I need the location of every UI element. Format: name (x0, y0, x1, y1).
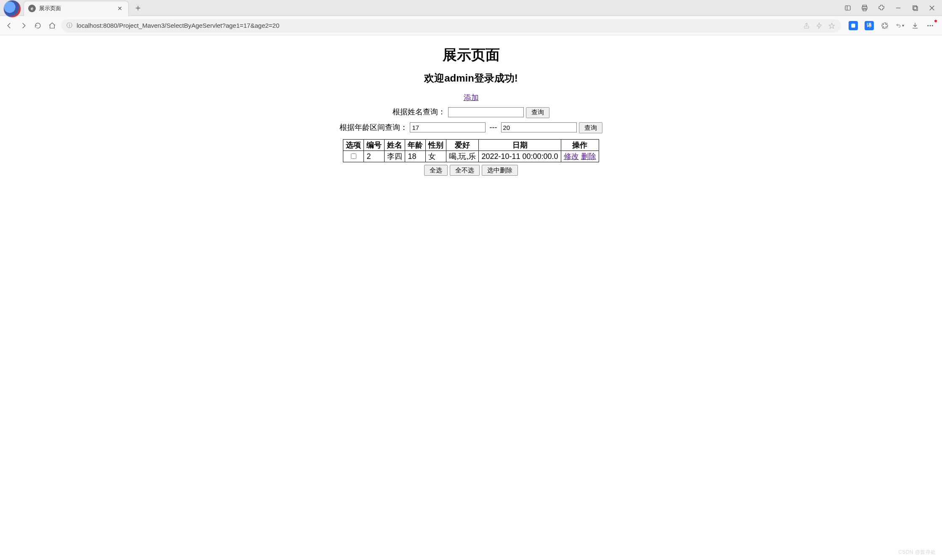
data-table: 选项编号姓名年龄性别爱好日期操作 2李四18女喝,玩,乐2022-10-11 0… (343, 139, 599, 162)
delete-selected-button[interactable]: 选中删除 (482, 165, 518, 176)
share-icon[interactable] (802, 21, 811, 30)
table-cell: 2 (364, 151, 385, 162)
extension-chip-1[interactable] (849, 21, 858, 30)
select-none-button[interactable]: 全不选 (450, 165, 480, 176)
site-info-icon[interactable]: ⓘ (66, 22, 72, 29)
search-age2-input[interactable] (501, 122, 577, 132)
bookmark-star-icon[interactable] (828, 21, 836, 30)
more-menu-button[interactable] (926, 21, 934, 30)
svg-rect-13 (851, 24, 855, 27)
tab-favicon: e (28, 5, 36, 12)
table-header-cell: 爱好 (446, 140, 479, 151)
browser-tab[interactable]: e 展示页面 ✕ (24, 1, 129, 16)
translate-chip[interactable]: 译 (865, 21, 874, 30)
nav-forward-button[interactable] (19, 21, 29, 31)
table-cell: 女 (426, 151, 446, 162)
search-name-label: 根据姓名查询： (393, 108, 446, 116)
table-header-cell: 性别 (426, 140, 446, 151)
window-close-button[interactable] (928, 4, 936, 12)
table-header-cell: 选项 (343, 140, 364, 151)
age-separator: --- (490, 123, 497, 132)
browser-titlebar: e 展示页面 ✕ ＋ (0, 0, 942, 16)
add-link[interactable]: 添加 (464, 93, 479, 102)
undo-dropdown-icon[interactable]: ▾ (896, 21, 904, 30)
download-icon[interactable] (911, 21, 919, 30)
address-bar[interactable]: ⓘ localhost:8080/Project_Maven3/SelectBy… (61, 19, 841, 32)
search-age-label: 根据年龄区间查询： (340, 123, 408, 132)
nav-back-button[interactable] (4, 21, 14, 31)
table-header-cell: 操作 (561, 140, 599, 151)
window-minimize-button[interactable] (894, 4, 902, 12)
svg-rect-4 (863, 8, 866, 11)
table-row: 2李四18女喝,玩,乐2022-10-11 00:00:00.0修改 删除 (343, 151, 599, 162)
nav-refresh-button[interactable] (33, 21, 43, 31)
search-name-input[interactable] (448, 107, 524, 117)
table-cell: 李四 (385, 151, 405, 162)
table-header-cell: 姓名 (385, 140, 405, 151)
svg-rect-7 (914, 7, 918, 11)
select-all-button[interactable]: 全选 (424, 165, 448, 176)
page-viewport: 展示页面 欢迎admin登录成功! 添加 根据姓名查询： 查询 根据年龄区间查询… (0, 35, 942, 176)
tab-close-button[interactable]: ✕ (116, 5, 124, 12)
svg-rect-0 (845, 5, 850, 10)
flash-icon[interactable] (815, 21, 823, 30)
window-maximize-button[interactable] (911, 4, 919, 12)
print-icon[interactable] (860, 4, 869, 12)
table-cell-operations: 修改 删除 (561, 151, 599, 162)
browser-toolbar: ⓘ localhost:8080/Project_Maven3/SelectBy… (0, 16, 942, 35)
svg-marker-12 (829, 23, 834, 29)
table-cell: 18 (405, 151, 426, 162)
table-header-cell: 编号 (364, 140, 385, 151)
svg-point-17 (932, 25, 933, 26)
svg-point-15 (927, 25, 929, 26)
svg-marker-11 (817, 23, 822, 28)
svg-rect-6 (913, 5, 917, 9)
search-age1-input[interactable] (410, 122, 486, 132)
new-tab-button[interactable]: ＋ (129, 2, 147, 13)
table-cell: 2022-10-11 00:00:00.0 (479, 151, 561, 162)
extensions-icon[interactable] (877, 4, 886, 12)
panel-icon[interactable] (844, 4, 852, 12)
table-header-cell: 年龄 (405, 140, 426, 151)
welcome-message: 欢迎admin登录成功! (265, 71, 677, 85)
table-cell: 喝,玩,乐 (446, 151, 479, 162)
svg-point-16 (930, 25, 931, 26)
search-name-button[interactable]: 查询 (526, 107, 549, 118)
tab-title: 展示页面 (39, 5, 116, 12)
row-edit-link[interactable]: 修改 (564, 152, 579, 161)
nav-home-button[interactable] (47, 21, 57, 31)
table-header-cell: 日期 (479, 140, 561, 151)
row-checkbox[interactable] (351, 153, 356, 159)
page-title: 展示页面 (265, 45, 677, 65)
url-text: localhost:8080/Project_Maven3/SelectByAg… (77, 22, 279, 29)
browser-profile-avatar[interactable] (3, 0, 21, 18)
puzzle-icon[interactable] (881, 21, 889, 30)
search-age-button[interactable]: 查询 (579, 122, 602, 133)
row-delete-link[interactable]: 删除 (581, 152, 596, 161)
